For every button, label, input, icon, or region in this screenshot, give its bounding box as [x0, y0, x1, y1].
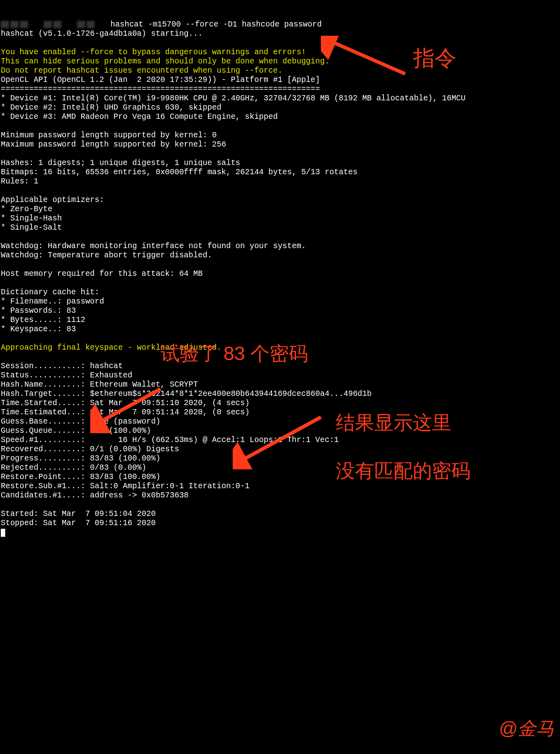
line-test: Time.Estimated...: Sat Mar 7 09:51:14 20…: [1, 408, 250, 417]
line-rsub: Restore.Sub.#1...: Salt:0 Amplifier:0-1 …: [1, 482, 250, 491]
command-line: hashcat -m15700 --force -D1 hashcode pas…: [110, 20, 322, 29]
line-hashtgt: Hash.Target......: $ethereum$s*262144*8*…: [1, 389, 371, 398]
line-appopt: Applicable optimizers:: [1, 196, 104, 204]
line-started: Started: Sat Mar 7 09:51:04 2020: [1, 509, 156, 518]
line-minpw: Minimum password length supported by ker…: [1, 131, 217, 140]
line-sep: ========================================…: [1, 85, 320, 94]
line-pw: * Passwords.: 83: [1, 306, 76, 315]
line-maxpw: Maximum password length supported by ker…: [1, 140, 226, 149]
line-gbase: Guess.Base.......: File (password): [1, 417, 160, 426]
line-session: Session..........: hashcat: [1, 362, 123, 371]
line-hostmem: Host memory required for this attack: 64…: [1, 269, 203, 278]
line-rpoint: Restore.Point....: 83/83 (100.00%): [1, 473, 160, 481]
line-dev3: * Device #3: AMD Radeon Pro Vega 16 Comp…: [1, 112, 278, 121]
line-prog: Progress.........: 83/83 (100.00%): [1, 454, 160, 463]
line-dch: Dictionary cache hit:: [1, 288, 99, 297]
line-cand: Candidates.#1....: address -> 0x0b573638: [1, 491, 189, 500]
line-warn1: You have enabled --force to bypass dange…: [1, 48, 306, 57]
cursor: [1, 529, 5, 537]
line-opt3: * Single-Salt: [1, 223, 62, 232]
line-approach: Approaching final keyspace - workload ad…: [1, 343, 221, 352]
line-stopped: Stopped: Sat Mar 7 09:51:16 2020: [1, 519, 156, 528]
line-starting: hashcat (v5.1.0-1726-ga4db1a0a) starting…: [1, 29, 203, 38]
line-opt1: * Zero-Byte: [1, 205, 53, 214]
line-rules: Rules: 1: [1, 177, 39, 186]
line-warn2: This can hide serious problems and shoul…: [1, 57, 329, 66]
terminal-output[interactable]: hashcat -m15700 --force -D1 hashcode pas…: [0, 9, 467, 539]
line-tstart: Time.Started.....: Sat Mar 7 09:51:10 20…: [1, 399, 250, 408]
line-hashes: Hashes: 1 digests; 1 unique digests, 1 u…: [1, 159, 240, 167]
line-rej: Rejected.........: 0/83 (0.00%): [1, 463, 146, 472]
line-fn: * Filename..: password: [1, 297, 104, 306]
watermark: @金马: [499, 717, 554, 739]
line-bitmaps: Bitmaps: 16 bits, 65536 entries, 0x0000f…: [1, 168, 357, 177]
line-wd1: Watchdog: Hardware monitoring interface …: [1, 242, 306, 251]
line-hashname: Hash.Name........: Ethereum Wallet, SCRY…: [1, 380, 198, 389]
line-dev1: * Device #1: Intel(R) Core(TM) i9-9980HK…: [1, 94, 466, 103]
line-bytes: * Bytes.....: 1112: [1, 316, 85, 324]
line-gqueue: Guess.Queue......: 1/1 (100.00%): [1, 426, 151, 435]
line-opt2: * Single-Hash: [1, 214, 62, 223]
line-status: Status...........: Exhausted: [1, 371, 132, 380]
line-recov: Recovered........: 0/1 (0.00%) Digests: [1, 445, 179, 454]
line-wd2: Watchdog: Temperature abort trigger disa…: [1, 251, 212, 260]
line-dev2: * Device #2: Intel(R) UHD Graphics 630, …: [1, 103, 221, 112]
line-speed: Speed.#1.........: 16 H/s (662.53ms) @ A…: [1, 436, 339, 444]
line-ks: * Keyspace..: 83: [1, 325, 76, 334]
line-warn3: Do not report hashcat issues encountered…: [1, 66, 282, 75]
prompt-blur: [1, 20, 110, 29]
line-opencl: OpenCL API (OpenCL 1.2 (Jan 2 2020 17:35…: [1, 75, 320, 84]
